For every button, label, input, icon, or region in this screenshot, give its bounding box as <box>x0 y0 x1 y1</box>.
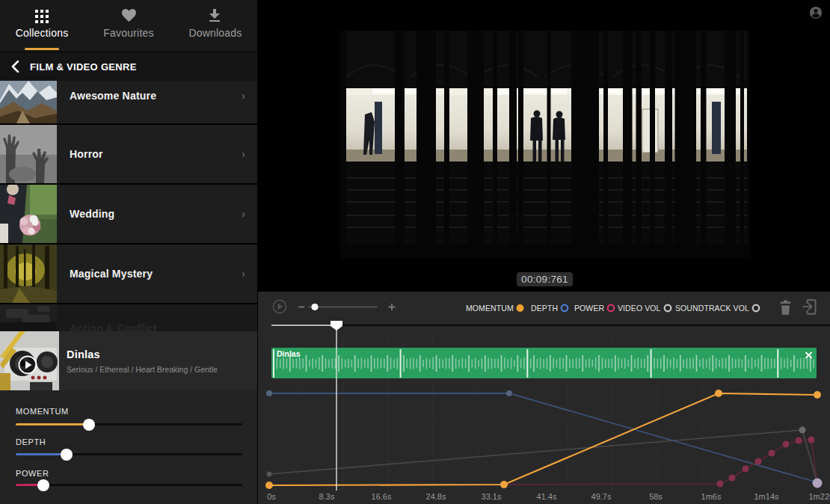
svg-text:Dinlas: Dinlas <box>277 349 301 358</box>
